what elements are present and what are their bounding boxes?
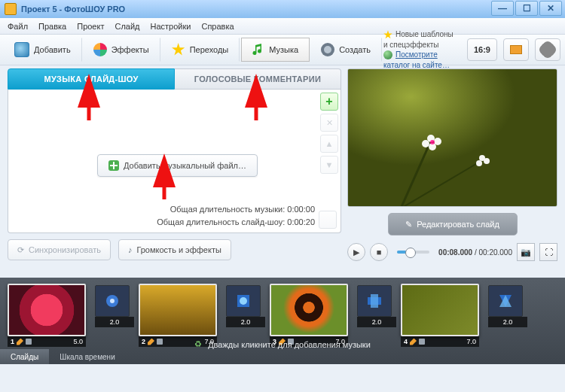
menu-help[interactable]: Справка (201, 22, 234, 31)
transitions-button[interactable]: Переходы (162, 38, 240, 62)
aspect-button[interactable]: 16:9 (467, 38, 497, 61)
edit-slide-button[interactable]: ✎ Редактировать слайд (388, 213, 518, 236)
plus-icon (108, 160, 119, 171)
palette-icon (93, 43, 107, 56)
transition-thumb (95, 285, 130, 317)
svg-point-8 (484, 158, 490, 164)
menu-edit[interactable]: Правка (38, 22, 66, 31)
header-right: Новые шаблоны и спецэффекты Посмотрите к… (383, 29, 560, 70)
move-up-button[interactable]: ▲ (320, 135, 338, 153)
minimize-button[interactable]: — (491, 1, 514, 16)
music-note-icon (251, 43, 264, 56)
transition-duration: 2.0 (488, 317, 527, 327)
preview-image (348, 69, 557, 206)
app-icon (5, 3, 17, 15)
add-button[interactable]: Добавить (5, 38, 82, 62)
panel-bottom-buttons: ⟳Синхронизировать ♪Громкость и эффекты (8, 239, 341, 260)
star-icon (172, 43, 185, 56)
transition-duration: 2.0 (357, 317, 396, 327)
playback-controls: ▶ ■ 00:08.000 / 00:20.000 📷 ⛶ (347, 243, 557, 261)
transition-thumb (226, 285, 261, 317)
seek-bar[interactable] (397, 251, 429, 254)
tab-slides-view[interactable]: Слайды (0, 349, 49, 364)
maximize-button[interactable]: ☐ (515, 1, 538, 16)
clip-1[interactable]: 15.0 (8, 284, 86, 336)
svg-point-10 (430, 140, 435, 144)
magic-wand-button[interactable] (319, 211, 337, 229)
clip-3[interactable]: 37.0 (270, 284, 348, 336)
film-reel-icon (321, 43, 334, 56)
timeline: 15.0 2.0 27.0 2.0 37.0 2.0 47.0 (0, 278, 565, 364)
settings-button[interactable] (535, 38, 560, 61)
promo-box: Новые шаблоны и спецэффекты Посмотрите к… (383, 29, 457, 70)
refresh-icon: ♻ (194, 339, 202, 349)
preview-pane: ✎ Редактировать слайд ▶ ■ 00:08.000 / 00… (346, 65, 565, 278)
transition-3[interactable]: 2.0 (357, 284, 392, 317)
svg-point-14 (240, 297, 247, 305)
tab-voice-comments[interactable]: ГОЛОСОВЫЕ КОММЕНТАРИИ (175, 68, 341, 90)
duration-stats: Общая длительность музыки: 0:00:00 Общая… (157, 203, 315, 228)
timeline-view-tabs: Слайды Шкала времени (0, 349, 126, 364)
transition-1[interactable]: 2.0 (95, 284, 130, 317)
sync-button[interactable]: ⟳Синхронизировать (8, 239, 111, 260)
transition-2[interactable]: 2.0 (226, 284, 261, 317)
transition-4[interactable]: 2.0 (488, 284, 523, 317)
remove-track-button[interactable]: ✕ (320, 114, 338, 132)
fullscreen-button[interactable]: ⛶ (539, 243, 557, 261)
theme-button[interactable] (503, 38, 529, 61)
workspace: МУЗЫКА СЛАЙД-ШОУ ГОЛОСОВЫЕ КОММЕНТАРИИ +… (0, 65, 565, 278)
menu-settings[interactable]: Настройки (151, 22, 191, 31)
add-music-file-button[interactable]: Добавить музыкальный файл… (97, 154, 258, 177)
time-display: 00:08.000 / 00:20.000 (438, 248, 512, 257)
create-button[interactable]: Создать (311, 38, 382, 62)
play-button[interactable]: ▶ (347, 243, 365, 261)
pencil-icon: ✎ (405, 220, 412, 229)
menu-slide[interactable]: Слайд (115, 22, 139, 31)
menu-file[interactable]: Файл (8, 22, 28, 31)
side-controls: + ✕ ▲ ▼ (320, 93, 338, 174)
main-toolbar: Добавить Эффекты Переходы Музыка Создать… (0, 35, 565, 65)
clip-4[interactable]: 47.0 (401, 284, 479, 336)
clip-thumb (8, 284, 86, 336)
music-list-panel: + ✕ ▲ ▼ Добавить музыкальный файл… Общая… (8, 90, 341, 233)
title-bar: Проект 5 - ФотоШОУ PRO — ☐ ✕ (0, 0, 565, 18)
music-button[interactable]: Музыка (241, 38, 310, 62)
svg-rect-0 (348, 69, 557, 206)
clip-thumb (139, 284, 217, 336)
clip-thumb (270, 284, 348, 336)
move-down-button[interactable]: ▼ (320, 156, 338, 174)
window-buttons: — ☐ ✕ (491, 1, 562, 16)
clip-thumb (401, 284, 479, 336)
transition-thumb (357, 285, 392, 317)
music-track-hint[interactable]: ♻ Дважды кликните для добавления музыки (0, 339, 565, 349)
clip-2[interactable]: 27.0 (139, 284, 217, 336)
transition-duration: 2.0 (226, 317, 265, 327)
add-track-button[interactable]: + (320, 93, 338, 111)
swatch-icon (510, 45, 522, 54)
globe-icon (383, 50, 392, 59)
svg-rect-16 (371, 294, 378, 308)
stop-button[interactable]: ■ (370, 243, 388, 261)
sub-tabs: МУЗЫКА СЛАЙД-ШОУ ГОЛОСОВЫЕ КОММЕНТАРИИ (8, 68, 341, 90)
gear-icon (542, 44, 554, 56)
menu-project[interactable]: Проект (77, 22, 104, 31)
svg-point-9 (476, 160, 482, 166)
effects-button[interactable]: Эффекты (84, 38, 160, 62)
tab-timescale-view[interactable]: Шкала времени (49, 349, 125, 364)
camera-icon (14, 42, 29, 57)
svg-point-12 (110, 299, 115, 303)
tab-music-slideshow[interactable]: МУЗЫКА СЛАЙД-ШОУ (8, 68, 175, 90)
music-panel: МУЗЫКА СЛАЙД-ШОУ ГОЛОСОВЫЕ КОММЕНТАРИИ +… (0, 65, 346, 278)
timeline-strip[interactable]: 15.0 2.0 27.0 2.0 37.0 2.0 47.0 (0, 278, 565, 344)
volume-effects-button[interactable]: ♪Громкость и эффекты (118, 239, 231, 260)
star-icon (383, 30, 392, 39)
close-button[interactable]: ✕ (539, 1, 562, 16)
preview-canvas[interactable] (347, 68, 557, 207)
transition-duration: 2.0 (95, 317, 134, 327)
transition-thumb (488, 285, 523, 317)
snapshot-button[interactable]: 📷 (517, 243, 535, 261)
svg-point-5 (422, 140, 429, 147)
window-title: Проект 5 - ФотоШОУ PRO (21, 5, 125, 14)
